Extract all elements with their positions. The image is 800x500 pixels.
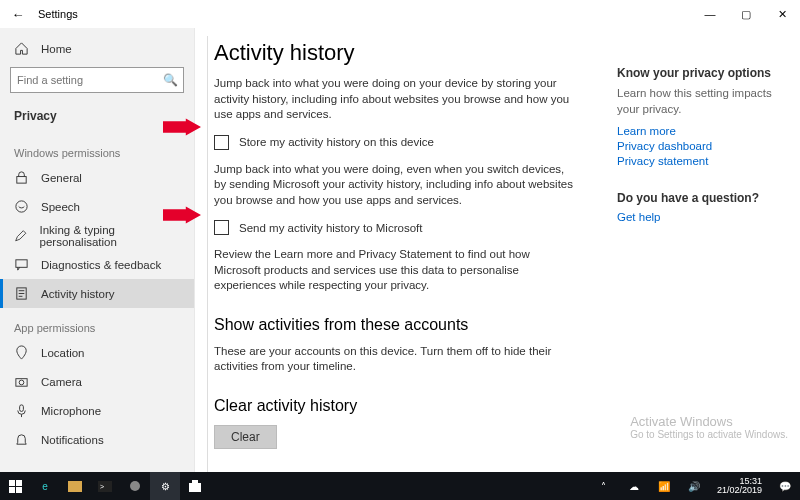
- feedback-icon: [14, 257, 29, 272]
- svg-rect-6: [20, 405, 24, 412]
- link-get-help[interactable]: Get help: [617, 211, 784, 223]
- bell-icon: [14, 432, 29, 447]
- back-button[interactable]: ←: [0, 7, 36, 22]
- sidebar-item-notifications[interactable]: Notifications: [0, 425, 194, 454]
- svg-marker-8: [163, 206, 201, 223]
- svg-rect-2: [16, 260, 27, 268]
- sidebar-group-app: App permissions: [0, 308, 194, 338]
- pen-icon: [14, 228, 28, 243]
- activate-watermark: Activate Windows Go to Settings to activ…: [630, 414, 788, 440]
- svg-rect-10: [16, 480, 22, 486]
- watermark-line1: Activate Windows: [630, 414, 788, 429]
- intro-text-1: Jump back into what you were doing on yo…: [214, 76, 577, 123]
- sidebar-item-location[interactable]: Location: [0, 338, 194, 367]
- svg-marker-7: [163, 118, 201, 135]
- sidebar-group-windows: Windows permissions: [0, 133, 194, 163]
- checkbox-icon: [214, 220, 229, 235]
- sidebar-item-microphone[interactable]: Microphone: [0, 396, 194, 425]
- accounts-text: These are your accounts on this device. …: [214, 344, 577, 375]
- home-icon: [14, 41, 29, 56]
- svg-point-1: [16, 201, 27, 212]
- sidebar-home-label: Home: [41, 43, 72, 55]
- sidebar-item-label: Diagnostics & feedback: [41, 259, 161, 271]
- sidebar-item-label: Microphone: [41, 405, 101, 417]
- tray-volume-icon[interactable]: 🔊: [679, 472, 709, 500]
- taskbar-terminal[interactable]: >: [90, 472, 120, 500]
- annotation-arrow-2: [163, 206, 201, 224]
- svg-rect-12: [16, 487, 22, 493]
- svg-text:>: >: [100, 483, 104, 490]
- main-panel: Activity history Jump back into what you…: [207, 36, 587, 472]
- window-title: Settings: [36, 8, 692, 20]
- watermark-line2: Go to Settings to activate Windows.: [630, 429, 788, 440]
- sidebar-home[interactable]: Home: [0, 34, 194, 63]
- link-privacy-dashboard[interactable]: Privacy dashboard: [617, 140, 784, 152]
- taskbar-clock[interactable]: 15:31 21/02/2019: [709, 477, 770, 495]
- svg-rect-18: [192, 480, 198, 483]
- link-learn-more[interactable]: Learn more: [617, 125, 784, 137]
- aside-desc: Learn how this setting impacts your priv…: [617, 86, 784, 117]
- sidebar-item-label: Activity history: [41, 288, 115, 300]
- checkbox-send-microsoft[interactable]: Send my activity history to Microsoft: [214, 220, 577, 235]
- search-input[interactable]: [10, 67, 184, 93]
- sidebar-item-inking[interactable]: Inking & typing personalisation: [0, 221, 194, 250]
- taskbar-store[interactable]: [180, 472, 210, 500]
- checkbox-label: Store my activity history on this device: [239, 136, 434, 148]
- sidebar-item-camera[interactable]: Camera: [0, 367, 194, 396]
- tray-up-icon[interactable]: ˄: [589, 472, 619, 500]
- svg-rect-17: [189, 483, 201, 492]
- annotation-arrow-1: [163, 118, 201, 136]
- sidebar-item-label: Camera: [41, 376, 82, 388]
- action-center-icon[interactable]: 💬: [770, 472, 800, 500]
- svg-point-5: [19, 380, 24, 385]
- aside-panel: Know your privacy options Learn how this…: [587, 36, 800, 472]
- aside-heading: Know your privacy options: [617, 66, 784, 80]
- section-clear: Clear activity history: [214, 397, 577, 415]
- aside-question: Do you have a question?: [617, 191, 784, 205]
- sidebar-item-diagnostics[interactable]: Diagnostics & feedback: [0, 250, 194, 279]
- checkbox-store-history[interactable]: Store my activity history on this device: [214, 135, 577, 150]
- taskbar-app-1[interactable]: [120, 472, 150, 500]
- clear-button[interactable]: Clear: [214, 425, 277, 449]
- minimize-button[interactable]: —: [692, 0, 728, 28]
- checkbox-label: Send my activity history to Microsoft: [239, 222, 422, 234]
- sidebar: Home 🔍 Privacy Windows permissions Gener…: [0, 28, 195, 472]
- sidebar-item-label: Inking & typing personalisation: [40, 224, 180, 248]
- location-icon: [14, 345, 29, 360]
- intro-text-2: Jump back into what you were doing, even…: [214, 162, 577, 209]
- taskbar[interactable]: e > ⚙ ˄ ☁ 📶 🔊 15:31 21/02/2019 💬: [0, 472, 800, 500]
- sidebar-item-activity-history[interactable]: Activity history: [0, 279, 194, 308]
- link-privacy-statement[interactable]: Privacy statement: [617, 155, 784, 167]
- sidebar-item-label: Notifications: [41, 434, 104, 446]
- taskbar-explorer[interactable]: [60, 472, 90, 500]
- close-button[interactable]: ✕: [764, 0, 800, 28]
- sidebar-item-label: Speech: [41, 201, 80, 213]
- checkbox-icon: [214, 135, 229, 150]
- page-title: Activity history: [214, 40, 577, 66]
- svg-rect-13: [68, 481, 82, 492]
- clock-date: 21/02/2019: [717, 486, 762, 495]
- microphone-icon: [14, 403, 29, 418]
- review-text: Review the Learn more and Privacy Statem…: [214, 247, 577, 294]
- sidebar-item-label: General: [41, 172, 82, 184]
- svg-point-16: [130, 481, 140, 491]
- sidebar-item-label: Location: [41, 347, 84, 359]
- sidebar-item-general[interactable]: General: [0, 163, 194, 192]
- svg-rect-11: [9, 487, 15, 493]
- tray-cloud-icon[interactable]: ☁: [619, 472, 649, 500]
- section-accounts: Show activities from these accounts: [214, 316, 577, 334]
- taskbar-settings[interactable]: ⚙: [150, 472, 180, 500]
- lock-icon: [14, 170, 29, 185]
- maximize-button[interactable]: ▢: [728, 0, 764, 28]
- search-icon: 🔍: [163, 73, 178, 87]
- svg-rect-9: [9, 480, 15, 486]
- start-button[interactable]: [0, 472, 30, 500]
- taskbar-edge[interactable]: e: [30, 472, 60, 500]
- svg-rect-0: [17, 177, 26, 184]
- speech-icon: [14, 199, 29, 214]
- history-icon: [14, 286, 29, 301]
- camera-icon: [14, 374, 29, 389]
- tray-network-icon[interactable]: 📶: [649, 472, 679, 500]
